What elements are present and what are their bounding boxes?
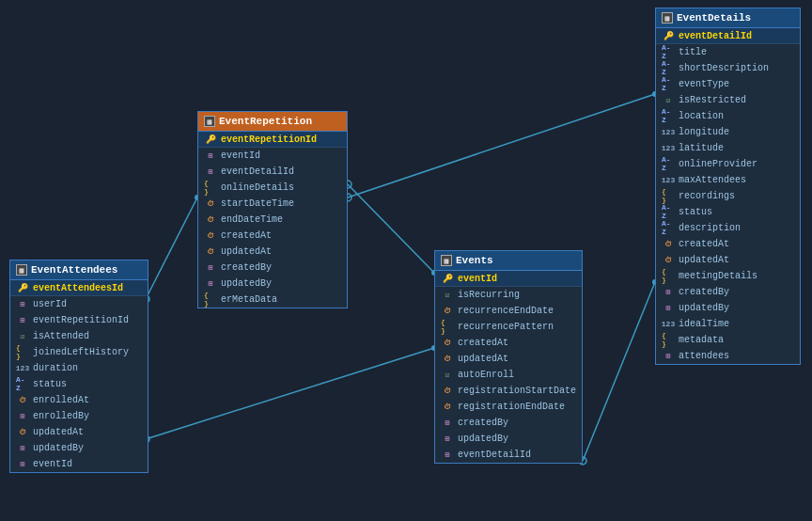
ev-field-updatedAt[interactable]: ⏱ updatedAt xyxy=(435,351,582,367)
eventrepetition-pk[interactable]: 🔑 eventRepetitionId xyxy=(198,132,347,148)
ev-field-registrationStartDate[interactable]: ⏱ registrationStartDate xyxy=(435,383,582,399)
ev-field-eventDetailId[interactable]: ⊞ eventDetailId xyxy=(435,447,582,463)
ref-icon: ⊞ xyxy=(204,166,217,177)
ref-icon: ⊞ xyxy=(441,417,454,428)
ev-field-createdBy[interactable]: ⊞ createdBy xyxy=(435,415,582,431)
az-icon: A-Z xyxy=(662,78,675,89)
ea-field-enrolledAt[interactable]: ⏱ enrolledAt xyxy=(10,392,148,408)
er-field-endDateTime[interactable]: ⏱ endDateTime xyxy=(198,212,347,228)
table-icon: ▦ xyxy=(662,12,673,24)
az-icon: A-Z xyxy=(662,62,675,73)
eventrepetition-header: ▦ EventRepetition xyxy=(198,112,347,132)
time-icon: ⏱ xyxy=(441,337,454,348)
ea-field-updatedBy[interactable]: ⊞ updatedBy xyxy=(10,440,148,456)
time-icon: ⏱ xyxy=(441,401,454,412)
ev-field-recurrencePattern[interactable]: { } recurrencePattern xyxy=(435,319,582,335)
field-updatedBy[interactable]: ⊞ updatedBy xyxy=(656,300,800,316)
field-latitude[interactable]: 123 latitude xyxy=(656,140,800,156)
ea-field-duration[interactable]: 123 duration xyxy=(10,360,148,376)
time-icon: ⏱ xyxy=(204,213,217,225)
json-icon: { } xyxy=(16,346,29,357)
field-attendees[interactable]: ⊞ attendees xyxy=(656,348,800,364)
field-location[interactable]: A-Z location xyxy=(656,108,800,124)
time-icon: ⏱ xyxy=(16,394,29,405)
er-field-eventId[interactable]: ⊞ eventId xyxy=(198,148,347,164)
field-title[interactable]: A-Z title xyxy=(656,44,800,60)
diagram-canvas: ▦ EventDetails 🔑 eventDetailId A-Z title… xyxy=(0,0,812,521)
ea-field-status[interactable]: A-Z status xyxy=(10,376,148,392)
time-icon: ⏱ xyxy=(441,305,454,316)
pk-icon: 🔑 xyxy=(16,282,29,293)
time-icon: ⏱ xyxy=(204,229,217,241)
er-field-erMetaData[interactable]: { } erMetaData xyxy=(198,292,347,308)
field-longitude[interactable]: 123 longitude xyxy=(656,124,800,140)
svg-line-9 xyxy=(146,197,197,299)
ev-field-recurrenceEndDate[interactable]: ⏱ recurrenceEndDate xyxy=(435,303,582,319)
field-status[interactable]: A-Z status xyxy=(656,204,800,220)
eventdetails-pk[interactable]: 🔑 eventDetailId xyxy=(656,28,800,44)
er-field-updatedBy[interactable]: ⊞ updatedBy xyxy=(198,276,347,292)
num-icon: 123 xyxy=(662,174,675,185)
er-field-eventDetailId[interactable]: ⊞ eventDetailId xyxy=(198,164,347,180)
eventattendees-pk[interactable]: 🔑 eventAttendeesId xyxy=(10,280,148,296)
ea-field-isAttended[interactable]: ☑ isAttended xyxy=(10,328,148,344)
field-meetingDetails[interactable]: { } meetingDetails xyxy=(656,268,800,284)
json-icon: { } xyxy=(662,190,675,201)
field-isRestricted[interactable]: ☑ isRestricted xyxy=(656,92,800,108)
time-icon: ⏱ xyxy=(441,353,454,364)
field-onlineProvider[interactable]: A-Z onlineProvider xyxy=(656,156,800,172)
svg-line-3 xyxy=(348,184,434,273)
bool-icon: ☑ xyxy=(441,369,454,380)
ea-field-eventId[interactable]: ⊞ eventId xyxy=(10,456,148,472)
az-icon: A-Z xyxy=(662,110,675,121)
az-icon: A-Z xyxy=(662,46,675,57)
ea-field-enrolledBy[interactable]: ⊞ enrolledBy xyxy=(10,408,148,424)
ev-field-createdAt[interactable]: ⏱ createdAt xyxy=(435,335,582,351)
ref-icon: ⊞ xyxy=(662,302,675,313)
er-field-createdAt[interactable]: ⏱ createdAt xyxy=(198,228,347,244)
eventdetails-title: EventDetails xyxy=(677,12,751,24)
pk-name: eventAttendeesId xyxy=(33,283,123,293)
er-field-createdBy[interactable]: ⊞ createdBy xyxy=(198,260,347,276)
ref-icon: ⊞ xyxy=(16,442,29,453)
ea-field-eventRepetitionId[interactable]: ⊞ eventRepetitionId xyxy=(10,312,148,328)
field-createdBy[interactable]: ⊞ createdBy xyxy=(656,284,800,300)
field-shortDescription[interactable]: A-Z shortDescription xyxy=(656,60,800,76)
ea-field-updatedAt[interactable]: ⏱ updatedAt xyxy=(10,424,148,440)
ea-field-userId[interactable]: ⊞ userId xyxy=(10,296,148,312)
num-icon: 123 xyxy=(662,126,675,137)
ev-field-registrationEndDate[interactable]: ⏱ registrationEndDate xyxy=(435,399,582,415)
ev-field-isRecurring[interactable]: ☑ isRecurring xyxy=(435,287,582,303)
er-field-updatedAt[interactable]: ⏱ updatedAt xyxy=(198,244,347,260)
field-updatedAt[interactable]: ⏱ updatedAt xyxy=(656,252,800,268)
ev-field-autoEnroll[interactable]: ☑ autoEnroll xyxy=(435,367,582,383)
table-icon: ▦ xyxy=(204,116,215,127)
ref-icon: ⊞ xyxy=(441,449,454,460)
events-pk[interactable]: 🔑 eventId xyxy=(435,271,582,287)
svg-line-6 xyxy=(583,282,655,461)
eventdetails-header: ▦ EventDetails xyxy=(656,8,800,28)
ev-field-updatedBy[interactable]: ⊞ updatedBy xyxy=(435,431,582,447)
time-icon: ⏱ xyxy=(204,245,217,257)
field-idealTime[interactable]: 123 idealTime xyxy=(656,316,800,332)
ref-icon: ⊞ xyxy=(204,277,217,289)
field-eventType[interactable]: A-Z eventType xyxy=(656,76,800,92)
field-description[interactable]: A-Z description xyxy=(656,220,800,236)
field-createdAt[interactable]: ⏱ createdAt xyxy=(656,236,800,252)
field-recordings[interactable]: { } recordings xyxy=(656,188,800,204)
eventattendees-header: ▦ EventAttendees xyxy=(10,260,148,280)
num-icon: 123 xyxy=(16,362,29,373)
ref-icon: ⊞ xyxy=(16,410,29,421)
er-field-onlineDetails[interactable]: { } onlineDetails xyxy=(198,180,347,196)
time-icon: ⏱ xyxy=(662,254,675,265)
er-field-startDateTime[interactable]: ⏱ startDateTime xyxy=(198,196,347,212)
events-header: ▦ Events xyxy=(435,251,582,271)
ref-icon: ⊞ xyxy=(441,433,454,444)
eventrepetition-title: EventRepetition xyxy=(219,116,312,127)
field-metadata[interactable]: { } metadata xyxy=(656,332,800,348)
field-maxAttendees[interactable]: 123 maxAttendees xyxy=(656,172,800,188)
ref-icon: ⊞ xyxy=(16,314,29,325)
az-icon: A-Z xyxy=(662,206,675,217)
events-title: Events xyxy=(456,255,493,266)
ea-field-joinedLeftHistory[interactable]: { } joinedLeftHistory xyxy=(10,344,148,360)
